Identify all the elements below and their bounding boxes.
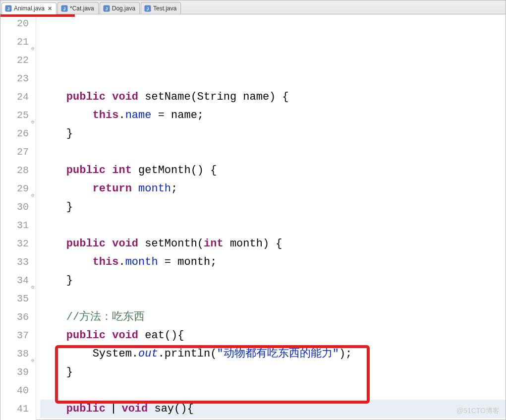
code-token: //方法：吃东西 (66, 311, 145, 323)
fold-toggle-icon[interactable]: ⊖ (29, 186, 34, 191)
code-token: return (93, 182, 132, 195)
editor-tab[interactable]: JTest.java (141, 2, 181, 14)
java-file-icon: J (5, 5, 12, 12)
code-area[interactable]: public void setName(String name) { this.… (36, 14, 506, 420)
code-token: "动物都有吃东西的能力" (217, 348, 338, 360)
line-number: 38⊖ (0, 345, 29, 363)
code-token: System. (93, 348, 138, 360)
editor-tab[interactable]: JAnimal.java✕ (1, 2, 56, 14)
code-line[interactable] (40, 216, 506, 235)
code-token (106, 329, 112, 342)
code-token: . (118, 109, 125, 121)
code-token: void (112, 91, 138, 103)
code-line[interactable]: this.month = month; (40, 253, 506, 271)
code-token: } (66, 366, 73, 378)
fold-toggle-icon[interactable]: ⊖ (29, 352, 34, 357)
code-token (106, 91, 112, 103)
code-line[interactable] (40, 290, 506, 308)
line-number: 41 (0, 400, 29, 418)
fold-toggle-icon[interactable]: ⊖ (29, 40, 34, 45)
line-number: 39 (0, 363, 29, 381)
line-number: 28 (0, 161, 29, 180)
code-token (106, 403, 112, 415)
line-number: 27 (0, 143, 29, 161)
code-token: public (66, 91, 106, 103)
code-token (106, 238, 112, 250)
text-cursor (113, 402, 114, 414)
code-line[interactable]: public void setName(String name) { (40, 88, 506, 106)
svg-text:J: J (105, 6, 108, 11)
tab-label: *Cat.java (70, 5, 94, 12)
line-number: 37 (0, 326, 29, 345)
code-token: say(){ (148, 403, 193, 415)
code-line[interactable]: public void say(){ (40, 400, 506, 418)
line-number: 26 (0, 124, 29, 143)
java-file-icon: J (61, 5, 68, 12)
line-number: 24 (0, 88, 29, 106)
code-line[interactable]: System.out.println("动物间打招呼"); (40, 418, 506, 420)
code-token: void (121, 403, 148, 415)
line-number: 23 (0, 69, 29, 88)
code-token (106, 164, 112, 177)
editor-tab[interactable]: J*Cat.java (57, 2, 99, 14)
java-file-icon: J (144, 5, 151, 12)
line-number: 25⊖ (0, 106, 29, 124)
code-token: this (93, 109, 119, 121)
code-line[interactable]: public void eat(){ (40, 326, 506, 345)
code-token: public (66, 238, 106, 250)
code-token: getMonth() { (132, 164, 217, 177)
svg-text:J: J (63, 6, 66, 11)
code-token: month (138, 182, 171, 195)
code-token: public (66, 164, 106, 177)
line-number: 30 (0, 198, 29, 216)
watermark-text: @51CTO博客 (456, 407, 500, 416)
svg-text:J: J (7, 6, 10, 11)
tab-label: Dog.java (112, 5, 135, 12)
code-token: = month; (158, 256, 217, 268)
java-file-icon: J (103, 5, 110, 12)
code-line[interactable]: } (40, 271, 506, 290)
code-token: public (66, 329, 106, 342)
code-token: month (125, 256, 158, 268)
line-number: 22 (0, 51, 29, 69)
code-line[interactable]: } (40, 363, 506, 381)
code-line[interactable]: } (40, 198, 506, 216)
annotation-tab-underline (0, 14, 75, 17)
fold-toggle-icon[interactable]: ⊖ (29, 278, 34, 283)
code-token: out (138, 348, 158, 360)
code-token (132, 182, 138, 195)
code-line[interactable]: return month; (40, 180, 506, 198)
line-number: 40 (0, 381, 29, 400)
line-number: 20 (0, 14, 29, 33)
fold-toggle-icon[interactable]: ⊖ (29, 113, 34, 118)
code-token: name (125, 109, 152, 121)
code-token: . (118, 256, 125, 268)
editor-window: JAnimal.java✕J*Cat.javaJDog.javaJTest.ja… (0, 0, 506, 420)
code-line[interactable]: System.out.println("动物都有吃东西的能力"); (40, 345, 506, 363)
code-line[interactable]: this.name = name; (40, 106, 506, 124)
code-line[interactable] (40, 143, 506, 161)
line-number: 31 (0, 216, 29, 235)
editor-tab[interactable]: JDog.java (100, 2, 140, 14)
code-token: int (204, 238, 224, 250)
close-icon[interactable]: ✕ (48, 5, 52, 12)
tab-strip: JAnimal.java✕J*Cat.javaJDog.javaJTest.ja… (0, 0, 506, 14)
code-line[interactable] (40, 381, 506, 400)
code-token: int (112, 164, 132, 177)
code-line[interactable]: //方法：吃东西 (40, 308, 506, 326)
code-token: this (93, 256, 119, 268)
line-number: 34⊖ (0, 271, 29, 290)
code-token (115, 403, 121, 415)
line-number-gutter: 2021⊖22232425⊖26272829⊖3031323334⊖353637… (0, 14, 36, 420)
code-line[interactable] (40, 69, 506, 88)
tab-label: Test.java (153, 5, 176, 12)
code-line[interactable]: public void setMonth(int month) { (40, 235, 506, 253)
code-token: public (66, 403, 106, 415)
line-number: 36 (0, 308, 29, 326)
line-number: 33 (0, 253, 29, 271)
code-line[interactable]: } (40, 124, 506, 143)
line-number: 21⊖ (0, 33, 29, 51)
code-line[interactable]: public int getMonth() { (40, 161, 506, 180)
code-token: } (66, 274, 73, 287)
code-token: ; (171, 182, 177, 195)
